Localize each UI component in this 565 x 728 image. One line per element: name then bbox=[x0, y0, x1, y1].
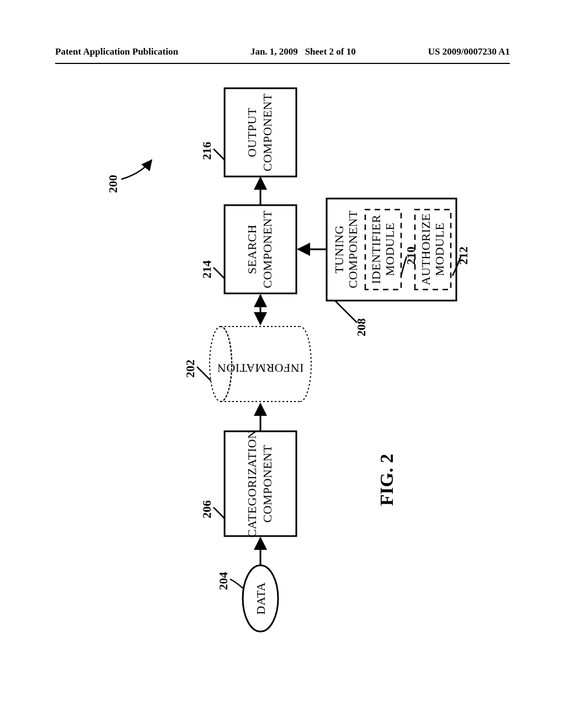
output-l1: OUTPUT bbox=[245, 108, 259, 157]
page-header: Patent Application Publication Jan. 1, 2… bbox=[55, 46, 510, 64]
ref-200: 200 bbox=[106, 175, 120, 193]
header-left: Patent Application Publication bbox=[55, 46, 178, 61]
ref-204: 204 bbox=[216, 572, 230, 590]
tuning-l2: COMPONENT bbox=[346, 210, 360, 288]
search-l1: SEARCH bbox=[245, 224, 259, 274]
header-center: Jan. 1, 2009 Sheet 2 of 10 bbox=[250, 46, 356, 61]
ref-216: 216 bbox=[200, 142, 214, 160]
categorization-l1: CATEGORIZATION bbox=[245, 430, 259, 537]
categorization-l2: COMPONENT bbox=[260, 445, 274, 522]
header-right: US 2009/0007230 A1 bbox=[428, 46, 510, 61]
tuning-l1: TUNING bbox=[332, 225, 346, 273]
figure-label: FIG. 2 bbox=[376, 454, 397, 506]
figure-2: 200 DATA 204 CATEGORIZATION COMPONENT 20… bbox=[84, 83, 481, 645]
identifier-l1: IDENTIFIER bbox=[369, 215, 383, 284]
ref-202: 202 bbox=[183, 360, 197, 378]
data-label: DATA bbox=[254, 582, 268, 615]
ref-214: 214 bbox=[200, 260, 214, 279]
authorize-l2: MODULE bbox=[433, 222, 446, 276]
ref-206: 206 bbox=[200, 500, 214, 518]
information-label: INFORMATION bbox=[217, 361, 303, 375]
search-l2: COMPONENT bbox=[260, 210, 274, 288]
ref-208: 208 bbox=[354, 318, 368, 336]
output-l2: COMPONENT bbox=[260, 93, 274, 171]
authorize-l1: AUTHORIZE bbox=[419, 213, 433, 285]
identifier-l2: MODULE bbox=[383, 222, 397, 276]
